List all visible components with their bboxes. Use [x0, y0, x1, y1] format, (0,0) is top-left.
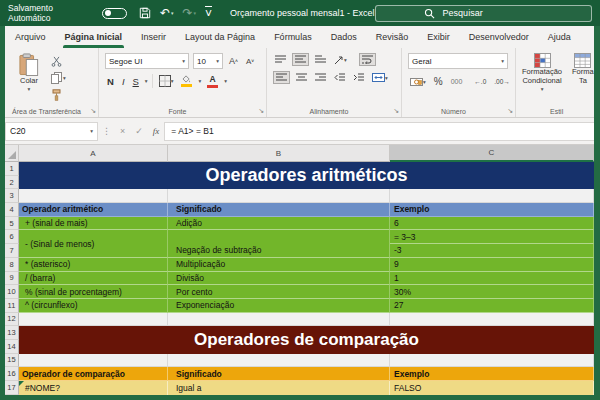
row-header-1[interactable]: 1: [5, 162, 19, 176]
font-name-select[interactable]: Segoe UI▾: [105, 53, 189, 69]
row-header-4[interactable]: 4: [5, 203, 19, 217]
cell-c4[interactable]: Exemplo: [390, 203, 594, 217]
row-header-16[interactable]: 16: [5, 367, 19, 381]
number-dialog-launcher-icon[interactable]: ↘: [507, 107, 513, 115]
align-middle-button[interactable]: [292, 53, 309, 66]
bold-button[interactable]: N: [105, 76, 116, 87]
cell-b4[interactable]: Significado: [168, 203, 390, 217]
font-size-select[interactable]: 10▾: [193, 53, 223, 69]
cell-b9[interactable]: Divisão: [168, 272, 390, 286]
tab-inserir[interactable]: Inserir: [141, 26, 166, 48]
row-header-15[interactable]: 15: [5, 354, 19, 368]
cell-a9[interactable]: / (barra): [19, 272, 168, 286]
tab-pagina-inicial[interactable]: Página Inicial: [65, 26, 123, 48]
row-header-11[interactable]: 11: [5, 299, 19, 313]
cell-a4[interactable]: Operador aritmético: [19, 203, 168, 217]
decrease-decimal-button[interactable]: .00→: [492, 77, 512, 86]
column-header-b[interactable]: B: [168, 145, 390, 162]
search-box[interactable]: Pesquisar: [375, 5, 592, 22]
format-as-table-button[interactable]: Forma Ta: [572, 53, 594, 85]
cell-b15[interactable]: [168, 354, 390, 368]
column-header-c[interactable]: C: [390, 145, 594, 162]
tab-ajuda[interactable]: Ajuda: [548, 26, 571, 48]
cell-b17[interactable]: Igual a: [168, 381, 390, 395]
alignment-dialog-launcher-icon[interactable]: ↘: [393, 107, 399, 115]
comma-style-button[interactable]: 000: [449, 77, 465, 86]
wrap-text-button[interactable]: [359, 53, 376, 66]
align-right-button[interactable]: [313, 72, 328, 83]
row-header-12[interactable]: 12: [5, 313, 19, 327]
cell-b3[interactable]: [168, 189, 390, 203]
align-left-button[interactable]: [273, 71, 290, 84]
underline-button[interactable]: S: [131, 76, 141, 87]
copy-button[interactable]: ▾: [49, 71, 68, 85]
select-all-button[interactable]: [5, 145, 19, 162]
align-bottom-button[interactable]: [313, 54, 328, 65]
tab-revisao[interactable]: Revisão: [376, 26, 409, 48]
cell-b8[interactable]: Multiplicação: [168, 258, 390, 272]
cell-a10[interactable]: % (sinal de porcentagem): [19, 285, 168, 299]
row-header-17[interactable]: 17: [5, 381, 19, 395]
decrease-indent-button[interactable]: [332, 72, 347, 83]
row-header-6[interactable]: 6: [5, 230, 19, 244]
tab-desenvolvedor[interactable]: Desenvolvedor: [469, 26, 529, 48]
increase-decimal-button[interactable]: ←.0: [472, 77, 488, 86]
cell-a12[interactable]: [19, 313, 168, 327]
increase-font-button[interactable]: A˄: [227, 55, 240, 67]
tab-dados[interactable]: Dados: [331, 26, 357, 48]
cell-c16[interactable]: Exemplo: [390, 367, 594, 381]
redo-button[interactable]: ↷▾: [182, 7, 196, 19]
tab-formulas[interactable]: Fórmulas: [274, 26, 312, 48]
row-header-5[interactable]: 5: [5, 217, 19, 231]
cell-c7[interactable]: -3: [390, 244, 594, 258]
decrease-font-button[interactable]: A˅: [244, 56, 256, 67]
row-header-14[interactable]: 14: [5, 340, 19, 354]
cell-a5[interactable]: + (sinal de mais): [19, 217, 168, 231]
cell-b10[interactable]: Por cento: [168, 285, 390, 299]
italic-button[interactable]: I: [120, 76, 127, 87]
conditional-formatting-button[interactable]: Formatação Condicional ▾: [522, 53, 562, 94]
customize-qat-button[interactable]: ˅: [205, 6, 212, 20]
insert-function-button[interactable]: fx: [148, 126, 165, 136]
cell-c6[interactable]: = 3–3: [390, 230, 594, 244]
row-header-8[interactable]: 8: [5, 258, 19, 272]
cell-c11[interactable]: 27: [390, 299, 594, 313]
row-header-10[interactable]: 10: [5, 285, 19, 299]
autosave-toggle[interactable]: Salvamento Automático: [8, 3, 127, 23]
clipboard-dialog-launcher-icon[interactable]: ↘: [90, 107, 96, 115]
row-header-7[interactable]: 7: [5, 244, 19, 258]
banner-arithmetic-operators[interactable]: Operadores aritméticos: [19, 162, 594, 189]
orientation-button[interactable]: ▾: [332, 54, 349, 66]
cell-a3[interactable]: [19, 189, 168, 203]
formula-input[interactable]: = A1> = B1: [164, 122, 594, 141]
undo-button[interactable]: ↶▾: [160, 7, 174, 19]
cell-c12[interactable]: [390, 313, 594, 327]
enter-button[interactable]: ✓: [130, 126, 148, 136]
font-color-button[interactable]: A: [205, 74, 220, 89]
align-top-button[interactable]: [273, 54, 288, 65]
row-header-9[interactable]: 9: [5, 272, 19, 286]
align-center-button[interactable]: [294, 72, 309, 83]
cell-a11[interactable]: ^ (circunflexo): [19, 299, 168, 313]
cell-c3[interactable]: [390, 189, 594, 203]
cell-c8[interactable]: 9: [390, 258, 594, 272]
row-header-13[interactable]: 13: [5, 326, 19, 340]
row-header-2[interactable]: 2: [5, 176, 19, 190]
cell-c9[interactable]: 1: [390, 272, 594, 286]
cell-b16[interactable]: Significado: [168, 367, 390, 381]
borders-button[interactable]: ▾: [157, 74, 176, 88]
accounting-format-button[interactable]: ▾: [408, 76, 428, 88]
cell-a6-merged[interactable]: - (Sinal de menos): [19, 230, 168, 257]
increase-indent-button[interactable]: [351, 72, 366, 83]
cell-c10[interactable]: 30%: [390, 285, 594, 299]
fill-color-button[interactable]: [179, 74, 194, 88]
cell-a16[interactable]: Operador de comparação: [19, 367, 168, 381]
percent-style-button[interactable]: %: [432, 75, 445, 88]
cell-c15[interactable]: [390, 354, 594, 368]
cell-b12[interactable]: [168, 313, 390, 327]
number-format-select[interactable]: Geral▾: [408, 53, 508, 69]
cell-c5[interactable]: 6: [390, 217, 594, 231]
column-header-a[interactable]: A: [19, 145, 168, 162]
save-button[interactable]: [139, 7, 151, 19]
cell-b11[interactable]: Exponenciação: [168, 299, 390, 313]
